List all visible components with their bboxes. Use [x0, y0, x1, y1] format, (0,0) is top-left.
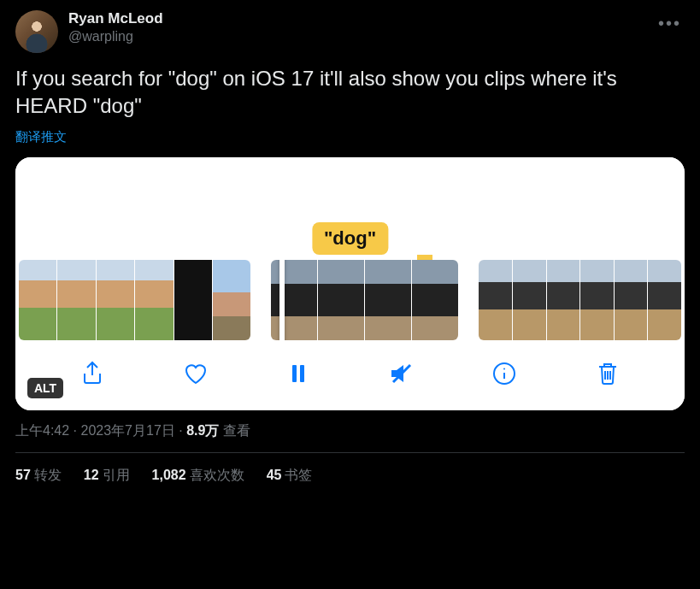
- clip-thumb: [318, 260, 364, 340]
- clip-group[interactable]: [479, 260, 681, 340]
- display-name: Ryan McLeod: [68, 10, 644, 27]
- avatar[interactable]: [15, 10, 58, 53]
- clip-thumb: [97, 260, 134, 340]
- tweet-text: If you search for "dog" on iOS 17 it'll …: [15, 65, 685, 121]
- clip-thumb: [135, 260, 173, 340]
- clip-thumb: [580, 260, 614, 340]
- clip-thumb: [57, 260, 95, 340]
- author-block[interactable]: Ryan McLeod @warpling: [68, 10, 644, 44]
- clip-thumb: [479, 260, 512, 340]
- clip-thumb: [213, 260, 250, 340]
- tweet-stats: 57转发 12引用 1,082喜欢次数 45书签: [15, 453, 685, 485]
- heart-icon[interactable]: [181, 359, 210, 388]
- svg-point-5: [503, 368, 505, 369]
- translate-link[interactable]: 翻译推文: [15, 129, 67, 145]
- media-card[interactable]: "dog": [15, 157, 685, 410]
- clip-thumb: [19, 260, 56, 340]
- tweet-meta: 上午4:42 · 2023年7月17日 · 8.9万 查看: [15, 422, 685, 453]
- pause-icon[interactable]: [284, 359, 313, 388]
- clip-thumb: [615, 260, 648, 340]
- tweet-date[interactable]: 2023年7月17日: [80, 423, 174, 438]
- mute-icon[interactable]: [387, 359, 416, 388]
- handle: @warpling: [68, 29, 644, 44]
- views-label: 查看: [219, 423, 250, 438]
- stat-likes[interactable]: 1,082喜欢次数: [152, 467, 244, 485]
- media-upper: "dog": [15, 157, 685, 260]
- tweet-container: Ryan McLeod @warpling ••• If you search …: [0, 0, 700, 495]
- clip-thumb: [412, 260, 458, 340]
- stat-quotes[interactable]: 12引用: [84, 467, 130, 485]
- playhead[interactable]: [279, 260, 285, 340]
- views-count: 8.9万: [186, 423, 219, 438]
- info-icon[interactable]: [490, 359, 519, 388]
- tweet-time[interactable]: 上午4:42: [15, 423, 69, 438]
- share-icon[interactable]: [78, 359, 107, 388]
- alt-badge[interactable]: ALT: [27, 378, 63, 398]
- media-toolbar: [15, 340, 685, 410]
- clip-thumb: [174, 260, 212, 340]
- clip-thumb: [513, 260, 546, 340]
- caption-pill: "dog": [312, 222, 388, 255]
- trash-icon[interactable]: [593, 359, 622, 388]
- scrub-marker: [417, 255, 432, 260]
- clip-thumb: [365, 260, 411, 340]
- tweet-header: Ryan McLeod @warpling •••: [15, 10, 685, 53]
- more-icon[interactable]: •••: [655, 10, 685, 37]
- clip-group[interactable]: [271, 260, 458, 340]
- clip-group[interactable]: [19, 260, 250, 340]
- video-timeline[interactable]: [15, 260, 685, 340]
- stat-retweets[interactable]: 57转发: [15, 467, 62, 485]
- svg-rect-1: [300, 365, 304, 382]
- clip-thumb: [547, 260, 580, 340]
- clip-thumb: [271, 260, 317, 340]
- svg-rect-0: [292, 365, 297, 382]
- clip-thumb: [648, 260, 681, 340]
- stat-bookmarks[interactable]: 45书签: [267, 467, 313, 485]
